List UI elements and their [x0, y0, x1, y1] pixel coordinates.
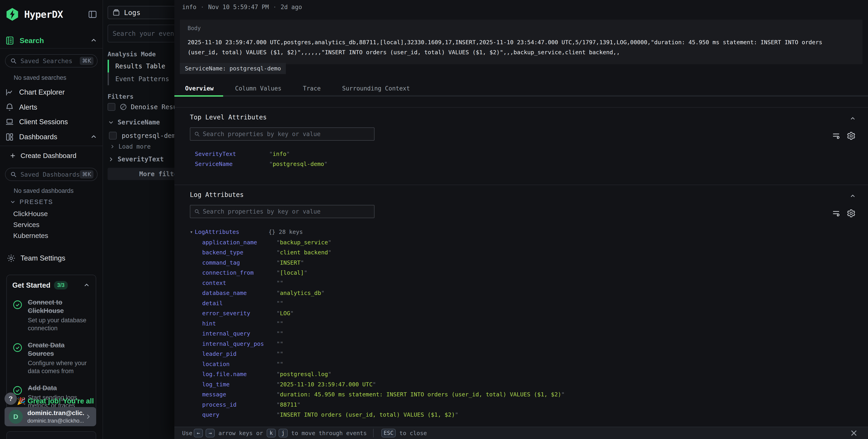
attribute-row[interactable]: SeverityText "info": [195, 149, 857, 159]
log-attributes-root-row[interactable]: ▾ LogAttributes {} 28 keys: [190, 227, 857, 237]
attribute-row[interactable]: internal_query "": [202, 329, 857, 339]
search-icon: [10, 171, 17, 178]
property-search-box[interactable]: [190, 127, 374, 140]
log-attributes-section: Log Attributes ▾ LogAttributes {} 28 key…: [175, 185, 868, 427]
sidebar-collapse-icon[interactable]: [88, 9, 98, 20]
chevron-up-icon[interactable]: [90, 133, 98, 141]
service-value-checkbox[interactable]: [109, 132, 117, 139]
gear-icon[interactable]: [846, 131, 856, 140]
preset-item[interactable]: Services: [13, 220, 39, 230]
log-attribute-rows: application_name "backup_service" backen…: [190, 237, 857, 420]
servicename-group-header[interactable]: ServiceName: [107, 119, 160, 126]
create-dashboard-button[interactable]: Create Dashboard: [9, 151, 76, 161]
attribute-row[interactable]: query "INSERT INTO orders (user_id, tota…: [202, 410, 857, 420]
attribute-row[interactable]: application_name "backup_service": [202, 237, 857, 248]
attribute-value: "backup_service": [277, 239, 332, 246]
attribute-row[interactable]: backend_type "client backend": [202, 248, 857, 258]
event-search-box[interactable]: [107, 25, 175, 42]
source-select[interactable]: Logs: [107, 6, 175, 19]
sidebar-item-chart-explorer[interactable]: Chart Explorer: [5, 87, 98, 98]
sidebar-item-alerts[interactable]: Alerts: [5, 102, 98, 113]
denoise-filter-row[interactable]: Denoise Results: [107, 103, 175, 111]
preset-label: Kubernetes: [13, 232, 48, 240]
root-key: LogAttributes: [195, 229, 239, 235]
gear-icon[interactable]: [846, 209, 856, 218]
denoise-checkbox[interactable]: [107, 103, 115, 111]
attribute-row[interactable]: connection_from "[local]": [202, 268, 857, 278]
chevron-up-icon[interactable]: [849, 193, 856, 200]
property-search-box[interactable]: [190, 205, 374, 218]
get-started-item[interactable]: Create Data Sources Configure where your…: [12, 341, 90, 375]
top-level-attribute-rows: SeverityText "info" ServiceName "postgre…: [190, 149, 857, 169]
attribute-row[interactable]: leader_pid "": [202, 349, 857, 359]
user-account-button[interactable]: D dominic.tran@clic... dominic.tran@clic…: [5, 407, 96, 426]
service-value-row[interactable]: postgresql-demo: [109, 132, 175, 139]
get-started-item-desc: Configure where your data comes from: [28, 359, 90, 375]
no-saved-searches-note: No saved searches: [14, 74, 66, 82]
attribute-row[interactable]: context "": [202, 278, 857, 288]
attribute-row[interactable]: detail "": [202, 298, 857, 308]
property-search-input[interactable]: [203, 131, 370, 137]
shortcut-badge: ⌘K: [80, 170, 93, 179]
attribute-row[interactable]: log_time "2025-11-10 23:59:47.000 UTC": [202, 379, 857, 389]
attribute-row[interactable]: message "duration: 45.950 ms statement: …: [202, 389, 857, 400]
close-icon[interactable]: [850, 429, 858, 437]
sidebar-item-team-settings[interactable]: Team Settings: [6, 253, 65, 264]
event-search-input[interactable]: [113, 30, 175, 37]
event-header: info · Nov 10 5:59:47 PM · 2d ago: [182, 4, 302, 10]
get-started-card: Get Started 3/3 Connect to ClickHouse Se…: [6, 275, 96, 417]
sidebar-item-dashboards[interactable]: Dashboards: [5, 131, 98, 143]
preset-item[interactable]: ClickHouse: [13, 209, 48, 219]
wrap-lines-icon[interactable]: [832, 131, 841, 140]
attribute-row[interactable]: ServiceName "postgresql-demo": [195, 159, 857, 169]
mode-event-patterns[interactable]: Event Patterns: [107, 72, 175, 85]
brand-row: HyperDX: [5, 7, 98, 22]
attribute-row[interactable]: command_tag "INSERT": [202, 257, 857, 268]
attribute-key: error_severity: [202, 310, 277, 317]
sidebar-item-search[interactable]: Search: [5, 35, 98, 46]
chevron-right-icon: [107, 156, 115, 163]
attribute-row[interactable]: database_name "analytics_db": [202, 288, 857, 299]
tab-overview[interactable]: Overview: [175, 80, 224, 97]
shortcut-badge: ⌘K: [80, 57, 93, 65]
attribute-row[interactable]: location "": [202, 359, 857, 369]
saved-dashboards-input[interactable]: Saved Dashboards ⌘K: [5, 168, 98, 181]
severitytext-group-header[interactable]: SeverityText: [107, 155, 164, 163]
chevron-right-icon: [110, 144, 115, 150]
user-email: dominic.tran@clickho...: [27, 417, 84, 424]
presets-toggle[interactable]: PRESETS: [9, 197, 53, 207]
search-journal-icon: [5, 36, 14, 45]
tab-column-values[interactable]: Column Values: [224, 80, 292, 97]
attribute-row[interactable]: process_id "88711": [202, 400, 857, 410]
attribute-key: hint: [202, 320, 277, 327]
search-icon: [194, 208, 200, 215]
body-text: 2025-11-10 23:59:47.000 UTC,postgres,ana…: [188, 37, 855, 57]
help-button[interactable]: ?: [5, 393, 17, 405]
mode-results-table[interactable]: Results Table: [107, 60, 175, 72]
saved-searches-input[interactable]: Saved Searches ⌘K: [5, 54, 98, 67]
attribute-row[interactable]: log.file.name "postgresql.log": [202, 369, 857, 379]
attribute-row[interactable]: error_severity "LOG": [202, 308, 857, 319]
tab-surrounding-context[interactable]: Surrounding Context: [332, 80, 421, 97]
service-tag-chip[interactable]: ServiceName: postgresql-demo: [180, 63, 286, 74]
wrap-lines-icon[interactable]: [832, 209, 841, 218]
attribute-key: ServiceName: [195, 161, 269, 167]
chevron-up-icon[interactable]: [849, 115, 856, 122]
get-started-item[interactable]: Connect to ClickHouse Set up your databa…: [12, 298, 90, 332]
attribute-value: "": [277, 320, 283, 327]
attribute-row[interactable]: internal_query_pos "": [202, 339, 857, 349]
attribute-key: process_id: [202, 401, 277, 408]
tab-trace[interactable]: Trace: [292, 80, 332, 97]
preset-label: ClickHouse: [13, 210, 48, 218]
load-more-row[interactable]: Load more: [110, 143, 151, 150]
property-search-input[interactable]: [203, 208, 370, 215]
key-arrow-right: →: [206, 429, 215, 437]
check-circle-icon: [12, 298, 23, 332]
chevron-up-icon[interactable]: [90, 37, 98, 44]
more-filters-button[interactable]: More filters: [107, 168, 175, 180]
sidebar-item-client-sessions[interactable]: Client Sessions: [5, 116, 98, 128]
attribute-row[interactable]: hint "": [202, 318, 857, 329]
preset-item[interactable]: Kubernetes: [13, 231, 48, 241]
chevron-up-icon[interactable]: [83, 282, 90, 289]
sidebar-item-label: Client Sessions: [19, 118, 68, 126]
